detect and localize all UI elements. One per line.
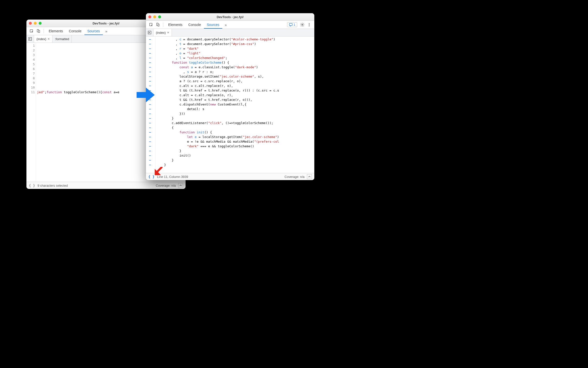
devtools-window-right: DevTools - jec.fyi/ Elements Console Sou… xyxy=(146,13,314,180)
pretty-print-icon[interactable]: { } xyxy=(148,175,154,179)
pretty-print-icon[interactable]: { } xyxy=(29,184,35,187)
more-tabs-icon[interactable]: » xyxy=(103,28,109,35)
code-editor[interactable]: –––––––––––––––––––––––––––– , c = docum… xyxy=(146,36,314,173)
inspect-icon[interactable] xyxy=(28,28,35,34)
titlebar[interactable]: DevTools - jec.fyi/ xyxy=(146,13,314,21)
zoom-icon[interactable] xyxy=(158,15,161,18)
code-area[interactable]: , c = document.querySelector("#color-sch… xyxy=(155,36,279,173)
minimize-icon[interactable] xyxy=(34,22,37,25)
device-icon[interactable] xyxy=(35,28,42,34)
tab-console[interactable]: Console xyxy=(66,28,84,35)
navigator-icon[interactable] xyxy=(26,35,34,43)
panel-tabs: Elements Console Sources xyxy=(165,21,222,28)
zoom-icon[interactable] xyxy=(39,22,42,25)
file-tab-index[interactable]: (index) × xyxy=(153,29,172,36)
status-cursor: Line 11, Column 3939 xyxy=(157,175,188,179)
svg-rect-2 xyxy=(38,30,40,33)
close-icon[interactable]: × xyxy=(48,37,50,41)
fold-gutter[interactable]: –––––––––––––––––––––––––––– xyxy=(146,36,155,173)
device-icon[interactable] xyxy=(155,22,161,28)
status-coverage: Coverage: n/a xyxy=(156,184,176,187)
show-drawer-icon[interactable] xyxy=(307,174,312,179)
kebab-icon[interactable] xyxy=(306,23,312,27)
panel-tabs: Elements Console Sources xyxy=(46,28,103,35)
svg-point-8 xyxy=(302,24,303,25)
svg-rect-6 xyxy=(158,24,159,26)
window-title: DevTools - jec.fyi/ xyxy=(146,15,314,19)
separator xyxy=(44,29,44,33)
svg-point-11 xyxy=(309,26,310,26)
file-tab-label: (index) xyxy=(156,31,166,34)
inspect-icon[interactable] xyxy=(148,22,154,28)
statusbar: { } 9 characters selected Coverage: n/a xyxy=(26,182,186,189)
file-tab-index[interactable]: (index) × xyxy=(34,35,52,43)
svg-rect-7 xyxy=(289,23,292,26)
traffic-lights xyxy=(148,15,161,18)
close-icon[interactable] xyxy=(29,22,32,25)
navigator-icon[interactable] xyxy=(146,29,153,36)
status-selection: 9 characters selected xyxy=(37,184,68,187)
file-tab-formatted[interactable]: :formatted xyxy=(52,35,72,43)
separator xyxy=(163,23,163,27)
file-tab-label: (index) xyxy=(36,37,46,41)
show-drawer-icon[interactable] xyxy=(178,183,183,188)
svg-point-9 xyxy=(309,23,310,24)
tab-sources[interactable]: Sources xyxy=(204,21,222,29)
issues-count: 1 xyxy=(294,23,295,26)
statusbar: { } Line 11, Column 3939 Coverage: n/a xyxy=(146,173,314,180)
issues-badge[interactable]: 1 xyxy=(287,22,297,27)
minimize-icon[interactable] xyxy=(153,15,156,18)
tab-elements[interactable]: Elements xyxy=(165,21,185,28)
svg-point-10 xyxy=(309,24,310,25)
code-area[interactable]: jed";function toggleColorScheme(){const … xyxy=(36,43,119,182)
status-coverage: Coverage: n/a xyxy=(284,175,305,179)
traffic-lights xyxy=(29,22,42,25)
close-icon[interactable]: × xyxy=(167,31,169,34)
tab-sources[interactable]: Sources xyxy=(84,28,103,35)
file-tab-label: :formatted xyxy=(55,37,69,41)
arrow-icon xyxy=(155,167,163,175)
close-icon[interactable] xyxy=(148,15,151,18)
arrow-icon xyxy=(137,88,155,102)
line-gutter: 1234567891011 xyxy=(26,43,36,182)
more-tabs-icon[interactable]: » xyxy=(223,21,229,28)
tab-console[interactable]: Console xyxy=(185,21,204,28)
file-tabbar: (index) × xyxy=(146,29,314,36)
main-toolbar: Elements Console Sources » 1 xyxy=(146,21,314,29)
gear-icon[interactable] xyxy=(299,23,306,27)
tab-elements[interactable]: Elements xyxy=(46,28,66,35)
